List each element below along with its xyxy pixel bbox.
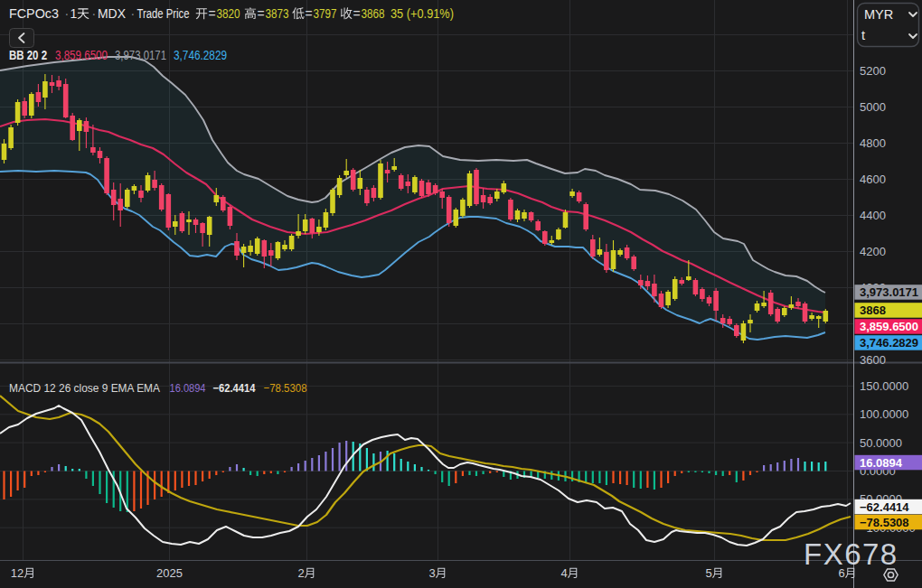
svg-text:2: 2: [297, 566, 304, 580]
svg-text:3,973.0171: 3,973.0171: [115, 48, 166, 62]
svg-text:2025: 2025: [156, 566, 183, 580]
svg-text:MACD 12 26 close 9 EMA EMA: MACD 12 26 close 9 EMA EMA: [9, 381, 160, 395]
svg-text:16.0894: 16.0894: [860, 456, 903, 470]
svg-text:5000: 5000: [860, 100, 886, 114]
svg-text:3,859.6500: 3,859.6500: [55, 48, 108, 62]
svg-text:=: =: [258, 6, 265, 21]
svg-text:FCPOc3: FCPOc3: [9, 6, 59, 21]
svg-text:3600: 3600: [860, 353, 886, 367]
svg-text:3868: 3868: [362, 6, 385, 21]
svg-text:−62.4414: −62.4414: [860, 500, 909, 514]
svg-text:MDX: MDX: [98, 6, 127, 21]
svg-text:3: 3: [428, 566, 435, 580]
svg-text:Trade Price: Trade Price: [137, 6, 190, 21]
svg-text:=: =: [209, 6, 216, 21]
svg-text:1: 1: [71, 6, 78, 21]
svg-text:·: ·: [65, 6, 70, 21]
svg-text:4200: 4200: [860, 245, 886, 258]
svg-text:35 (+0.91%): 35 (+0.91%): [390, 6, 454, 21]
svg-text:3820: 3820: [217, 6, 240, 21]
svg-text:·: ·: [131, 6, 136, 21]
svg-text:4800: 4800: [860, 136, 886, 150]
svg-text:3873: 3873: [266, 6, 289, 21]
svg-text:4400: 4400: [860, 209, 886, 222]
svg-text:−78.5308: −78.5308: [860, 516, 909, 529]
svg-text:4600: 4600: [860, 173, 886, 186]
svg-text:5: 5: [705, 566, 711, 580]
svg-text:3,973.0171: 3,973.0171: [860, 285, 918, 299]
svg-text:BB 20 2: BB 20 2: [9, 48, 47, 62]
svg-text:t: t: [861, 28, 865, 42]
svg-text:=: =: [306, 6, 313, 21]
svg-text:4: 4: [560, 566, 567, 580]
svg-text:100.0000: 100.0000: [860, 407, 908, 421]
svg-text:−62.4414: −62.4414: [213, 381, 257, 395]
svg-text:3797: 3797: [314, 6, 337, 21]
svg-text:50.0000: 50.0000: [860, 436, 902, 450]
svg-text:3,746.2829: 3,746.2829: [860, 336, 918, 350]
svg-text:3,746.2829: 3,746.2829: [174, 48, 227, 62]
svg-text:12: 12: [11, 566, 24, 580]
svg-text:·: ·: [92, 6, 97, 21]
svg-text:=: =: [353, 6, 361, 21]
svg-text:−78.5308: −78.5308: [264, 381, 307, 395]
svg-text:MYR: MYR: [864, 7, 893, 22]
svg-text:3868: 3868: [860, 303, 886, 317]
svg-text:150.0000: 150.0000: [860, 379, 908, 393]
svg-text:FX678: FX678: [804, 537, 898, 571]
svg-text:16.0894: 16.0894: [170, 381, 206, 395]
svg-text:5200: 5200: [860, 64, 886, 78]
svg-text:3,859.6500: 3,859.6500: [860, 320, 918, 333]
